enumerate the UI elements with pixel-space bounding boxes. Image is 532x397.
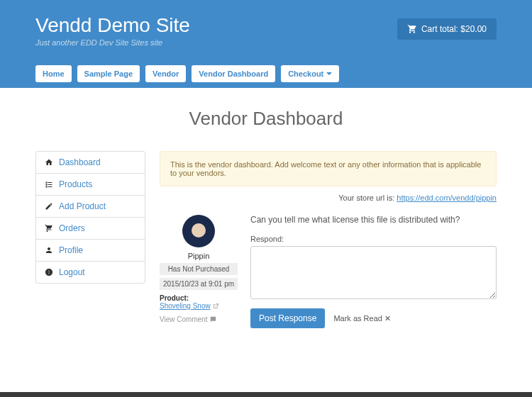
comment: Pippin Has Not Purchased 2015/10/23 at 9… [160, 215, 497, 328]
comment-meta: Pippin Has Not Purchased 2015/10/23 at 9… [160, 215, 238, 328]
caret-down-icon [326, 72, 332, 75]
pencil-icon [45, 202, 53, 211]
nav-home[interactable]: Home [35, 65, 72, 82]
sidebar-item-logout[interactable]: Logout [36, 262, 145, 283]
product-label: Product: [160, 294, 238, 302]
post-response-button[interactable]: Post Response [250, 308, 325, 328]
cart-label: Cart total: $20.00 [421, 24, 487, 34]
product-link[interactable]: Shoveling Snow [160, 302, 238, 310]
nav-sample-page[interactable]: Sample Page [77, 65, 140, 82]
comment-text: Can you tell me what license this file i… [250, 215, 497, 225]
comment-timestamp: 2015/10/23 at 9:01 pm [160, 278, 238, 290]
nav-vendor-dashboard[interactable]: Vendor Dashboard [192, 65, 275, 82]
cart-button[interactable]: Cart total: $20.00 [397, 18, 497, 40]
comment-icon [210, 316, 216, 323]
comment-body: Can you tell me what license this file i… [250, 215, 497, 328]
store-url-link[interactable]: https://edd.com/vendd/pippin [397, 194, 497, 202]
store-url-label: Your store url is: [338, 194, 397, 202]
page-title: Vendor Dashboard [35, 108, 497, 130]
site-tagline: Just another EDD Dev Site Sites site [35, 38, 190, 47]
list-icon [45, 180, 53, 189]
branding: Vendd Demo Site Just another EDD Dev Sit… [35, 14, 190, 47]
respond-label: Respond: [250, 235, 497, 243]
site-title[interactable]: Vendd Demo Site [35, 14, 190, 37]
avatar [182, 215, 215, 247]
main-nav: Home Sample Page Vendor Vendor Dashboard… [0, 60, 532, 88]
notice-banner: This is the vendor dashboard. Add welcom… [160, 151, 497, 186]
nav-vendor[interactable]: Vendor [145, 65, 186, 82]
purchase-badge: Has Not Purchased [160, 263, 238, 275]
cart-icon [45, 224, 53, 233]
close-icon: ✕ [384, 314, 391, 323]
cart-icon [407, 24, 417, 34]
header: Vendd Demo Site Just another EDD Dev Sit… [0, 0, 532, 88]
sidebar-item-products[interactable]: Products [36, 174, 145, 196]
nav-checkout[interactable]: Checkout [281, 65, 339, 82]
respond-textarea[interactable] [250, 246, 497, 299]
sidebar-item-dashboard[interactable]: Dashboard [36, 152, 145, 174]
sidebar-item-profile[interactable]: Profile [36, 240, 145, 262]
link-icon [213, 303, 219, 309]
view-comment-link[interactable]: View Comment [160, 315, 238, 323]
content: This is the vendor dashboard. Add welcom… [160, 151, 497, 328]
footer: Just another EDD Dev Site Sites site - V… [0, 392, 532, 397]
store-url-row: Your store url is: https://edd.com/vendd… [160, 194, 497, 202]
logout-icon [45, 268, 53, 276]
user-icon [45, 246, 53, 255]
sidebar-item-add-product[interactable]: Add Product [36, 196, 145, 218]
comment-author: Pippin [160, 252, 238, 260]
home-icon [45, 158, 53, 167]
sidebar: Dashboard Products Add Product Orders Pr… [35, 151, 145, 328]
sidebar-item-orders[interactable]: Orders [36, 218, 145, 240]
mark-as-read-link[interactable]: Mark as Read ✕ [333, 314, 390, 323]
